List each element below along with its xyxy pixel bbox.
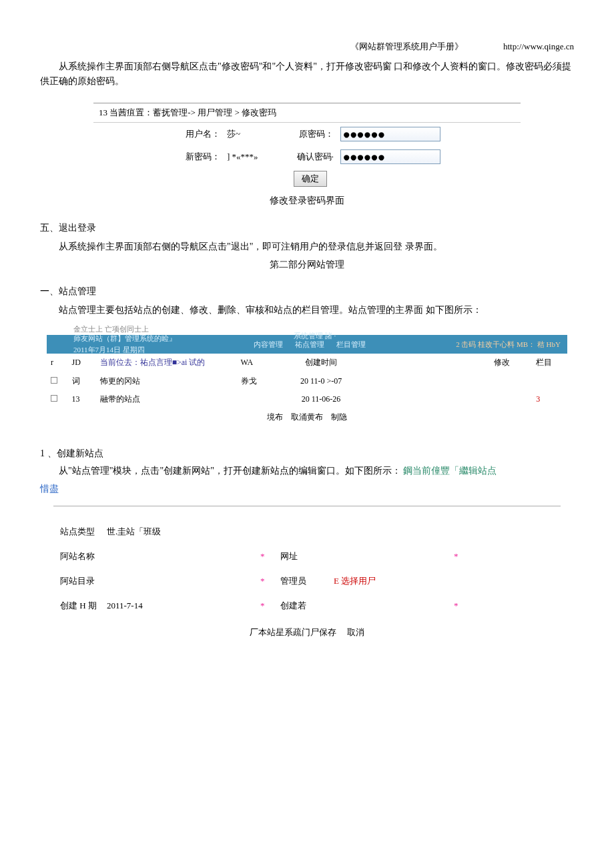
nav-column[interactable]: 栏目管理 [336, 339, 366, 351]
row-id: 词 [68, 372, 96, 390]
banner-sys-head: 系统管理 諸 · [294, 330, 336, 342]
username-label: 用户名： [93, 127, 227, 141]
doc-title: 《网站群管理系统用户手册》 [350, 40, 463, 54]
row-col-link[interactable]: 3 [532, 390, 567, 408]
section-5-title: 五、退出登录 [40, 221, 574, 236]
part2-title: 第二部分网站管理 [40, 258, 574, 272]
breadcrumb-link-2[interactable]: 惜盡 [40, 482, 574, 496]
col-time: 创建时间 [279, 354, 363, 372]
site-mgr-title: 一、站点管理 [40, 284, 574, 299]
admin-label: 管理员 [280, 574, 334, 588]
create-site-form: 站点类型 世.圭站「班级 阿站名称 * 网址 * 阿站目录 * 管理员 E 选择… [53, 506, 561, 640]
site-manager-screenshot: 金立士上 亡项创同士上 师友网站（群】管理系统的睑』 2011年7月14日 星期… [47, 324, 567, 426]
site-banner: 师友网站（群】管理系统的睑』 2011年7月14日 星期四 系统管理 諸 · 内… [47, 335, 567, 354]
old-password-label: 原密码： [280, 127, 340, 141]
new-password-label: 新密码： [93, 150, 227, 164]
required-star: * [260, 599, 280, 613]
banner-right: 2 击码 桂改干心料 MB： 秸 HbY [456, 339, 567, 351]
breadcrumb: 13 当茜疽置：蓄抚管理-> 用尸管理 > 修改密玛 [93, 103, 521, 123]
row-checkbox[interactable] [51, 377, 57, 384]
new-password-value: ] *«***» [227, 150, 280, 164]
username-value: 莎~ [227, 127, 280, 141]
type-label: 站点类型 [53, 525, 107, 539]
col-check: r [47, 354, 68, 372]
name-label: 阿站名称 [53, 550, 107, 564]
password-form-screenshot: 13 当茜疽置：蓄抚管理-> 用尸管理 > 修改密玛 用户名： 莎~ 原密码： … [93, 103, 521, 187]
date-label-text: 创建 H 期 [60, 600, 97, 610]
banner-date: 2011年7月14日 星期四 [73, 344, 176, 356]
table-row: 13 融带的站点 20 11-06-26 3 [47, 390, 567, 408]
row-time: 20 11-0 >-07 [279, 372, 363, 390]
confirm-password-label: 确认密码· [280, 150, 340, 164]
site-ops-bar: 境布 取涌黄布 制隐 [47, 408, 567, 426]
col-column: 栏目 [532, 354, 567, 372]
site-mgr-body: 站点管理主要包括站点的创建、修改、删除、审核和站点的栏目管理。站点管理的主界面 … [40, 303, 574, 318]
password-caption: 修改登录密码界面 [40, 193, 574, 208]
table-header-row: r JD 当前位去：祐点言理■>ai 试的 WA 创建时间 修改 栏目 [47, 354, 567, 372]
creator-label: 创建若 [280, 599, 334, 613]
section-5-body: 从系统操作主界面顶部右侧的导航区点击"退出"，即可注销用户的登录信息并返回登 录… [40, 240, 574, 254]
col-location: 当前位去：祐点言理■>ai 试的 [96, 354, 237, 372]
sub1-title: 1 、创建新站点 [40, 446, 574, 461]
admin-select[interactable]: E 选择用尸 [334, 574, 454, 588]
required-star: * [260, 550, 280, 564]
type-value[interactable]: 世.圭站「班级 [107, 525, 260, 539]
date-value[interactable]: 2011-7-14 [107, 599, 260, 613]
sub1-body: 从"站点管理"模块，点击"创建新网站"，打开创建新站点的编辑窗口。如下图所示： … [40, 464, 574, 478]
row-id: 13 [68, 390, 96, 408]
required-star: * [260, 574, 280, 588]
sub1-body-text: 从"站点管理"模块，点击"创建新网站"，打开创建新站点的编辑窗口。如下图所示： [59, 466, 401, 476]
old-password-input[interactable] [340, 127, 440, 141]
required-star: * [454, 550, 474, 564]
required-star: * [454, 599, 474, 613]
intro-paragraph: 从系统操作主界面顶部右侧导航区点击"修改密码"和"个人资料"，打开修改密码窗 口… [40, 59, 574, 89]
nav-content[interactable]: 内容管理 [254, 339, 283, 351]
cancel-button[interactable]: 取消 [347, 627, 364, 637]
breadcrumb-link[interactable]: 鋼当前僮豐「繼辑站点 [403, 466, 497, 476]
date-label: 创建 H 期 [53, 599, 107, 613]
url-label: 网址 [280, 550, 334, 564]
confirm-password-input[interactable] [340, 149, 440, 164]
doc-url: http://www.qinge.cn [503, 40, 574, 54]
save-button[interactable]: 厂本站星系疏门尸保存 [250, 627, 336, 637]
banner-title: 师友网站（群】管理系统的睑』 [73, 333, 176, 345]
col-wa: WA [237, 354, 279, 372]
submit-button[interactable]: 确定 [294, 171, 327, 187]
row-time: 20 11-06-26 [279, 390, 363, 408]
row-name: 怖更的冈站 [96, 372, 237, 390]
site-table: r JD 当前位去：祐点言理■>ai 试的 WA 创建时间 修改 栏目 词 怖更… [47, 354, 567, 408]
col-id: JD [68, 354, 96, 372]
row-name: 融带的站点 [96, 390, 237, 408]
row-checkbox[interactable] [51, 395, 57, 402]
table-row: 词 怖更的冈站 券戈 20 11-0 >-07 [47, 372, 567, 390]
row-wa: 券戈 [237, 372, 279, 390]
dir-label: 阿站目录 [53, 574, 107, 588]
col-modify: 修改 [490, 354, 532, 372]
